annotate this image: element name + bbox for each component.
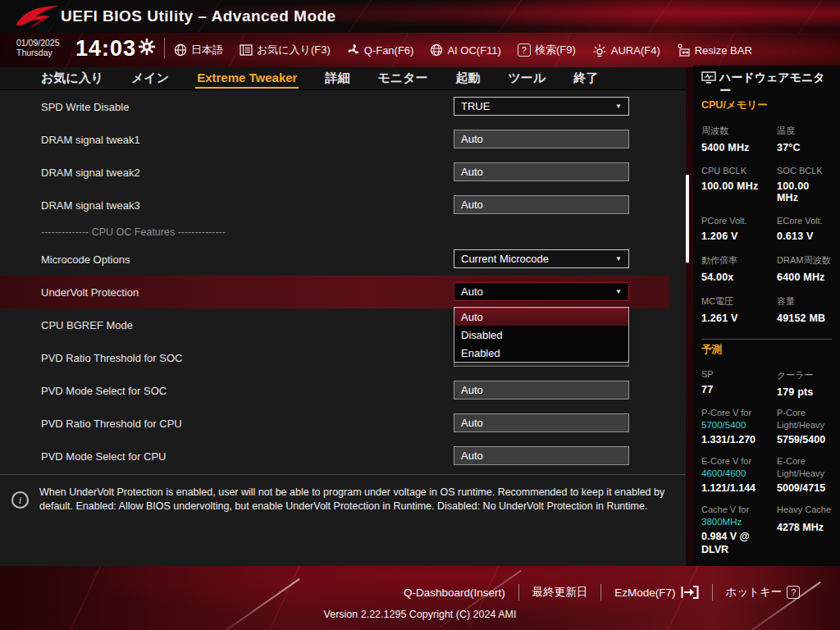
chevron-down-icon: ▼ xyxy=(615,103,622,110)
freq-label: E-Core Light/Heavy xyxy=(777,455,832,480)
row-dram-tweak1[interactable]: DRAM signal tweak1 Auto xyxy=(0,123,669,156)
row-pvd-ratio-cpu[interactable]: PVD Ratio Threshold for CPU Auto xyxy=(0,407,669,440)
aura-label: AURA(F4) xyxy=(611,44,660,57)
search-button[interactable]: ? 検索(F9) xyxy=(518,43,576,57)
q-dashboard-button[interactable]: Q-Dashboard(Insert) xyxy=(404,587,505,599)
aura-button[interactable]: AURA(F4) xyxy=(592,43,660,57)
undervolt-protection-select[interactable]: Auto ▼ xyxy=(454,282,629,301)
footer-menu: Q-Dashboard(Insert) 最終更新日 EzMode(F7) ホット… xyxy=(404,584,800,600)
language-button[interactable]: 日本語 xyxy=(174,43,223,57)
tab-advanced[interactable]: 詳細 xyxy=(323,69,351,89)
stat-value: 5400 MHz xyxy=(701,142,777,153)
tab-extreme-tweaker[interactable]: Extreme Tweaker xyxy=(195,69,299,89)
undervolt-dropdown-menu: Auto Disabled Enabled xyxy=(454,307,629,363)
dram-tweak2-input[interactable]: Auto xyxy=(454,162,629,181)
setting-label: SPD Write Disable xyxy=(41,101,129,113)
volt-freq: 3800MHz xyxy=(701,516,777,528)
scrollbar-thumb[interactable] xyxy=(686,175,689,262)
input-value: Auto xyxy=(461,417,483,429)
nav-tab-bar: お気に入り メイン Extreme Tweaker 詳細 モニター 起動 ツール… xyxy=(0,67,686,90)
select-value: TRUE xyxy=(461,100,490,112)
row-dram-tweak2[interactable]: DRAM signal tweak2 Auto xyxy=(0,156,669,189)
weekday-value: Thursday xyxy=(16,48,60,57)
monitor-pair: MC電圧1.261 V 容量49152 MB xyxy=(701,295,832,324)
dram-tweak1-input[interactable]: Auto xyxy=(454,130,629,148)
select-value: Auto xyxy=(461,285,483,298)
select-value: Current Microcode xyxy=(461,253,549,265)
search-icon: ? xyxy=(518,43,531,57)
section-cpu-memory: CPU/メモリー xyxy=(701,98,832,112)
ezmode-button[interactable]: EzMode(F7) xyxy=(614,586,698,599)
tab-monitor[interactable]: モニター xyxy=(376,69,429,89)
stat-value: 0.613 V xyxy=(777,231,832,242)
ai-oc-label: AI OC(F11) xyxy=(447,44,501,57)
favorites-list-icon xyxy=(240,44,253,56)
setting-label: Microcode Options xyxy=(41,253,130,266)
pvd-mode-soc-input[interactable]: Auto xyxy=(454,381,629,399)
volt-value: 1.331/1.270 xyxy=(701,433,777,446)
volt-value: 1.121/1.144 xyxy=(701,482,777,495)
dropdown-option-disabled[interactable]: Disabled xyxy=(454,326,628,344)
stat-value: 49152 MB xyxy=(777,313,832,324)
hardware-monitor-title: ハードウェアモニター xyxy=(701,71,832,97)
footer-divider xyxy=(518,584,519,600)
volt-label: E-Core V for xyxy=(701,455,777,468)
row-undervolt-protection[interactable]: UnderVolt Protection Auto ▼ xyxy=(0,276,669,308)
resize-bar-label: Resize BAR xyxy=(695,44,752,57)
row-spd-write-disable[interactable]: SPD Write Disable TRUE ▼ xyxy=(0,90,669,123)
monitor-icon xyxy=(701,71,716,84)
stat-label: クーラー xyxy=(777,369,832,381)
ai-oc-button[interactable]: AI OC(F11) xyxy=(430,43,501,57)
pvd-ratio-cpu-input[interactable]: Auto xyxy=(454,413,629,432)
title-band: UEFI BIOS Utility – Advanced Mode xyxy=(0,0,840,33)
spd-write-disable-select[interactable]: TRUE ▼ xyxy=(454,97,629,116)
ezmode-switch-icon xyxy=(681,586,699,599)
stat-label: 容量 xyxy=(777,295,832,308)
tab-tool[interactable]: ツール xyxy=(506,69,547,89)
dropdown-option-enabled[interactable]: Enabled xyxy=(454,344,628,362)
q-dashboard-label: Q-Dashboard(Insert) xyxy=(404,587,505,599)
panel-divider xyxy=(701,339,832,340)
row-pvd-mode-cpu[interactable]: PVD Mode Select for CPU Auto xyxy=(0,440,669,472)
toolbar-divider xyxy=(164,38,165,59)
resize-bar-button[interactable]: Resize BAR xyxy=(677,43,752,57)
microcode-options-select[interactable]: Current Microcode ▼ xyxy=(454,249,629,268)
tab-exit[interactable]: 終了 xyxy=(572,69,600,89)
favorites-button[interactable]: お気に入り(F3) xyxy=(240,43,331,57)
input-value: Auto xyxy=(461,166,483,178)
stat-value: 179 pts xyxy=(777,386,832,398)
dropdown-option-auto[interactable]: Auto xyxy=(454,308,628,326)
prediction-row: P-Core V for 5700/5400 1.331/1.270 P-Cor… xyxy=(701,407,832,446)
dram-tweak3-input[interactable]: Auto xyxy=(454,195,629,214)
stat-label: SOC BCLK xyxy=(777,166,832,176)
stat-value: 1.206 V xyxy=(701,231,777,242)
row-microcode-options[interactable]: Microcode Options Current Microcode ▼ xyxy=(0,243,669,276)
toolbar: 日本語 お気に入り(F3) Q-Fan(F6) AI OC(F11) ? 検索(… xyxy=(174,34,752,66)
input-value: Auto xyxy=(461,199,483,211)
input-value: Auto xyxy=(461,450,483,462)
time-display: 14:03 xyxy=(75,36,136,62)
volt-label: P-Core V for xyxy=(701,407,777,419)
hotkey-help-icon: ? xyxy=(787,586,800,599)
pvd-mode-cpu-input[interactable]: Auto xyxy=(454,446,629,465)
stat-label: SP xyxy=(701,369,777,379)
stat-label: 周波数 xyxy=(701,125,777,137)
tab-favorites[interactable]: お気に入り xyxy=(39,69,105,89)
qfan-button[interactable]: Q-Fan(F6) xyxy=(347,43,414,57)
version-text: Version 2.22.1295 Copyright (C) 2024 AMI xyxy=(0,609,840,620)
freq-value: 5759/5400 xyxy=(777,433,832,446)
tab-boot[interactable]: 起動 xyxy=(454,69,482,89)
hotkey-button[interactable]: ホットキー ? xyxy=(726,585,801,600)
monitor-pair: CPU BCLK100.00 MHz SOC BCLK100.00 MHz xyxy=(701,166,832,203)
ai-oc-globe-icon xyxy=(430,43,443,57)
volt-value: 0.984 V @ DLVR xyxy=(701,530,777,556)
row-pvd-mode-soc[interactable]: PVD Mode Select for SOC Auto xyxy=(0,374,669,407)
volt-freq: 4600/4600 xyxy=(701,468,777,480)
row-dram-tweak3[interactable]: DRAM signal tweak3 Auto xyxy=(0,189,669,221)
globe-icon xyxy=(174,43,187,57)
favorites-label: お気に入り(F3) xyxy=(257,43,331,57)
gear-icon[interactable] xyxy=(138,38,156,56)
last-modified-button[interactable]: 最終更新日 xyxy=(532,585,588,600)
tab-main[interactable]: メイン xyxy=(130,69,171,89)
search-label: 検索(F9) xyxy=(535,43,576,57)
